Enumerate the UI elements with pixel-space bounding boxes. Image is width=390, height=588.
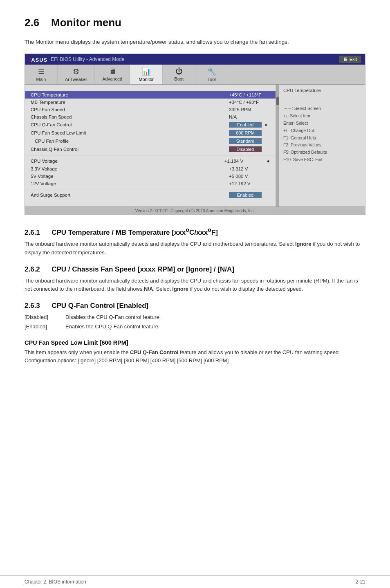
section-2-6-2: 2.6.2 CPU / Chassis Fan Speed [xxxx RPM]… bbox=[25, 265, 365, 294]
ai-tweaker-icon: ⚙ bbox=[73, 67, 79, 76]
bios-main-area: CPU Temperature +45°C / +113°F MB Temper… bbox=[25, 85, 365, 206]
help-line-3: Enter: Select bbox=[283, 120, 361, 127]
nav-ai-tweaker[interactable]: ⚙ Ai Tweaker bbox=[58, 65, 95, 84]
row-chassis-fan-speed[interactable]: Chassis Fan Speed N/A bbox=[25, 113, 276, 121]
bios-titlebar: /ASUS EFI BIOS Utility - Advanced Mode 🖥… bbox=[25, 54, 365, 65]
option-enabled-label: [Enabled] bbox=[25, 323, 65, 331]
bios-screenshot: /ASUS EFI BIOS Utility - Advanced Mode 🖥… bbox=[25, 54, 365, 215]
nav-boot[interactable]: ⏻ Boot bbox=[163, 65, 195, 84]
nav-main-label: Main bbox=[36, 77, 46, 82]
mb-temp-value: +34°C / +93°F bbox=[229, 100, 270, 105]
bios-nav: ☰ Main ⚙ Ai Tweaker 🖥 Advanced 📊 Monitor… bbox=[25, 65, 365, 85]
row-cpu-qfan-control[interactable]: CPU Q-Fan Control Enabled ● bbox=[25, 121, 276, 129]
bios-exit-button[interactable]: 🖥 Exit bbox=[339, 56, 361, 63]
cpu-temp-value: +45°C / +113°F bbox=[229, 92, 270, 97]
bios-settings-panel: CPU Temperature +45°C / +113°F MB Temper… bbox=[25, 85, 276, 206]
anti-surge-value: Enabled bbox=[229, 192, 270, 198]
footer-left: Chapter 2: BIOS information bbox=[25, 579, 86, 585]
option-enabled: [Enabled] Enables the CPU Q-Fan control … bbox=[25, 323, 365, 331]
cpu-fan-speed-value: 3325 RPM bbox=[229, 107, 270, 112]
bios-info-title: CPU Temperature bbox=[283, 88, 361, 93]
nav-advanced-label: Advanced bbox=[102, 76, 122, 81]
option-disabled-desc: Disables the CPU Q-Fan control feature. bbox=[65, 313, 161, 322]
exit-icon: 🖥 bbox=[343, 56, 348, 62]
help-line-4: +/-: Change Opt. bbox=[283, 127, 361, 135]
bios-footer: Version 2.00.1201. Copyright (C) 2010 Am… bbox=[25, 206, 365, 215]
12v-voltage-label: 12V Voltage bbox=[31, 181, 229, 186]
nav-tool[interactable]: 🔧 Tool bbox=[195, 65, 228, 84]
help-line-7: F5: Optimized Defaults bbox=[283, 149, 361, 156]
cpu-fan-low-limit-label: CPU Fan Speed Low Limit bbox=[31, 130, 229, 135]
nav-main[interactable]: ☰ Main bbox=[25, 65, 58, 84]
bios-help-text: →←: Select Screen ↑↓: Select Item Enter:… bbox=[283, 105, 361, 164]
33v-voltage-label: 3.3V Voltage bbox=[31, 166, 229, 171]
cpu-fan-profile-label: CPU Fan Profile bbox=[31, 139, 229, 144]
nav-tool-label: Tool bbox=[208, 77, 216, 82]
cpu-voltage-label: CPU Voltage bbox=[31, 159, 224, 164]
row-cpu-temperature[interactable]: CPU Temperature +45°C / +113°F bbox=[25, 91, 276, 99]
cpu-qfan-value: Enabled ● bbox=[229, 122, 270, 128]
5v-voltage-value: +5.080 V bbox=[229, 174, 270, 179]
chassis-qfan-value: Disabled bbox=[229, 146, 270, 152]
bios-scrollbar[interactable] bbox=[276, 85, 279, 206]
help-line-5: F1: General Help bbox=[283, 135, 361, 142]
section-2-6-1: 2.6.1 CPU Temperature / MB Temperature [… bbox=[25, 227, 365, 257]
row-cpu-fan-low-limit[interactable]: CPU Fan Speed Low Limit 600 RPM bbox=[25, 129, 276, 137]
page-footer: Chapter 2: BIOS information 2-21 bbox=[0, 575, 390, 588]
section-cpu-fan-speed-low-limit: CPU Fan Speed Low Limit [600 RPM] This i… bbox=[25, 339, 365, 366]
mb-temp-label: MB Temperature bbox=[31, 100, 229, 105]
cpu-temp-label: CPU Temperature bbox=[31, 92, 229, 97]
boot-icon: ⏻ bbox=[175, 67, 183, 76]
chassis-fan-speed-value: N/A bbox=[229, 114, 270, 119]
footer-right: 2-21 bbox=[356, 579, 365, 585]
page-intro: The Monitor menu displays the system tem… bbox=[25, 38, 365, 46]
row-33v-voltage[interactable]: 3.3V Voltage +3.312 V bbox=[25, 165, 276, 173]
row-12v-voltage[interactable]: 12V Voltage +12.192 V bbox=[25, 180, 276, 187]
advanced-icon: 🖥 bbox=[109, 67, 116, 76]
bios-brand: /ASUS EFI BIOS Utility - Advanced Mode bbox=[29, 56, 124, 63]
section-2-6-2-num: 2.6.2 bbox=[25, 265, 40, 273]
section-2-6-1-heading: 2.6.1 CPU Temperature / MB Temperature [… bbox=[25, 227, 365, 237]
5v-voltage-label: 5V Voltage bbox=[31, 174, 229, 179]
option-disabled-label: [Disabled] bbox=[25, 313, 65, 322]
nav-monitor-label: Monitor bbox=[139, 77, 154, 82]
row-cpu-fan-profile[interactable]: CPU Fan Profile Standard bbox=[25, 137, 276, 145]
cpu-fan-low-limit-badge: 600 RPM bbox=[229, 130, 262, 136]
row-cpu-voltage[interactable]: CPU Voltage +1.184 V ● bbox=[25, 157, 276, 165]
chassis-qfan-label: Chassis Q-Fan Control bbox=[31, 147, 229, 152]
section-2-6-2-text: The onboard hardware monitor automatical… bbox=[25, 277, 365, 294]
page-section-num: 2.6 Monitor menu bbox=[25, 16, 121, 29]
row-mb-temperature[interactable]: MB Temperature +34°C / +93°F bbox=[25, 99, 276, 106]
chassis-qfan-badge: Disabled bbox=[229, 146, 262, 152]
row-cpu-fan-speed[interactable]: CPU Fan Speed 3325 RPM bbox=[25, 106, 276, 113]
12v-voltage-value: +12.192 V bbox=[229, 181, 270, 186]
cpu-fan-profile-badge: Standard bbox=[229, 138, 262, 144]
option-enabled-desc: Enables the CPU Q-Fan control feature. bbox=[65, 323, 160, 331]
chassis-fan-speed-label: Chassis Fan Speed bbox=[31, 114, 229, 119]
bios-scroll-thumb bbox=[276, 97, 279, 105]
bios-title-text: EFI BIOS Utility - Advanced Mode bbox=[51, 56, 124, 62]
cpu-fan-speed-label: CPU Fan Speed bbox=[31, 107, 229, 112]
section-2-6-2-title: CPU / Chassis Fan Speed [xxxx RPM] or [I… bbox=[52, 265, 234, 273]
section-2-6-1-text: The onboard hardware monitor automatical… bbox=[25, 240, 365, 257]
cpu-fan-profile-value: Standard bbox=[229, 138, 270, 144]
cpu-voltage-value: +1.184 V bbox=[224, 159, 265, 164]
nav-monitor[interactable]: 📊 Monitor bbox=[130, 65, 163, 84]
nav-ai-tweaker-label: Ai Tweaker bbox=[65, 77, 87, 82]
cpu-fan-speed-low-limit-text: This item appears only when you enable t… bbox=[25, 348, 365, 366]
cpu-fan-low-limit-value: 600 RPM bbox=[229, 130, 270, 136]
anti-surge-label: Anti Surge Support bbox=[31, 193, 229, 197]
main-icon: ☰ bbox=[38, 67, 45, 76]
nav-boot-label: Boot bbox=[174, 76, 184, 81]
section-2-6-1-num: 2.6.1 bbox=[25, 229, 40, 236]
row-chassis-qfan-control[interactable]: Chassis Q-Fan Control Disabled bbox=[25, 145, 276, 153]
help-line-1: →←: Select Screen bbox=[283, 105, 361, 112]
section-2-6-2-heading: 2.6.2 CPU / Chassis Fan Speed [xxxx RPM]… bbox=[25, 265, 365, 274]
option-disabled: [Disabled] Disables the CPU Q-Fan contro… bbox=[25, 313, 365, 322]
row-5v-voltage[interactable]: 5V Voltage +5.080 V bbox=[25, 173, 276, 180]
section-2-6-1-title: CPU Temperature / MB Temperature [xxxoC/… bbox=[52, 229, 218, 236]
monitor-icon: 📊 bbox=[142, 67, 151, 76]
nav-advanced[interactable]: 🖥 Advanced bbox=[95, 65, 130, 84]
row-anti-surge[interactable]: Anti Surge Support Enabled bbox=[25, 191, 276, 199]
anti-surge-badge: Enabled bbox=[229, 192, 262, 198]
